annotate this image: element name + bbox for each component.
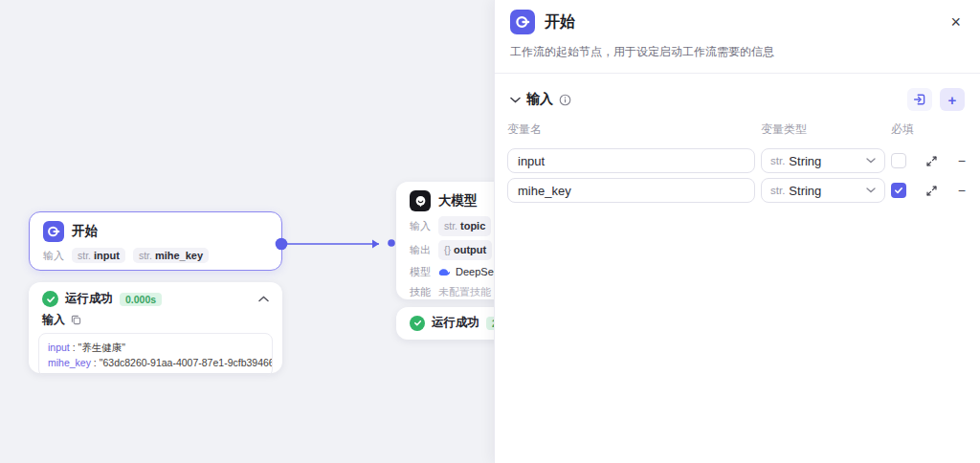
column-header-variable-name: 变量名 [507, 121, 755, 138]
import-variables-button[interactable] [907, 88, 932, 111]
add-variable-button[interactable]: + [940, 88, 965, 111]
chevron-down-icon [866, 187, 876, 193]
llm-run-result-card: 运行成功 23s [396, 307, 494, 340]
result-json-box: input : "养生健康" mihe_key : "63dc8260-91aa… [38, 333, 273, 377]
start-node-icon [43, 221, 64, 242]
llm-skill-value: 未配置技能 [438, 284, 491, 300]
collapse-chevron-icon[interactable] [258, 296, 269, 302]
llm-output-label: 输出 [410, 242, 431, 258]
llm-skill-label: 技能 [410, 284, 431, 300]
variable-name-input[interactable] [507, 148, 755, 173]
run-status-text: 运行成功 [65, 291, 113, 307]
success-check-icon [410, 316, 425, 331]
start-node-input-label: 输入 [43, 249, 64, 263]
llm-model-name: DeepSeek-R1 [438, 264, 494, 280]
remove-row-icon[interactable]: − [958, 183, 966, 198]
llm-model-label: 模型 [410, 264, 431, 280]
success-check-icon [42, 291, 58, 307]
llm-node[interactable]: 大模型 输入 str.topic 输出 {}output str.r 模型 De… [396, 182, 494, 299]
llm-input-label: 输入 [410, 218, 431, 234]
start-node[interactable]: 开始 输入 str.input str.mihe_key [29, 211, 282, 271]
required-checkbox[interactable] [891, 153, 906, 168]
info-icon[interactable] [559, 94, 571, 106]
start-run-result-card: 运行成功 0.000s 输入 input : "养生健康" mihe_key :… [29, 282, 282, 373]
expand-icon[interactable] [925, 155, 938, 167]
llm-tag-topic: str.topic [438, 216, 491, 236]
start-node-tag-input: str.input [72, 248, 125, 263]
column-header-variable-type: 变量类型 [761, 121, 885, 138]
llm-tag-output: {}output [438, 240, 492, 260]
start-node-title: 开始 [72, 223, 98, 240]
close-icon[interactable]: × [947, 11, 965, 33]
start-node-icon [510, 10, 535, 34]
llm-node-icon [410, 190, 431, 211]
variable-type-select[interactable]: str. String [761, 178, 885, 203]
panel-title: 开始 [545, 12, 575, 33]
run-duration-badge: 0.000s [120, 293, 162, 306]
variable-row: str. String − [495, 148, 980, 173]
inputs-section-title: 输入 [526, 91, 553, 108]
expand-icon[interactable] [925, 185, 938, 197]
chevron-down-icon [866, 158, 876, 164]
required-checkbox[interactable] [891, 183, 906, 198]
result-line-mihe-key: mihe_key : "63dc8260-91aa-4007-87e1-9cfb… [48, 355, 263, 370]
remove-row-icon[interactable]: − [958, 153, 966, 168]
start-node-tag-mihe-key: str.mihe_key [133, 248, 209, 263]
deepseek-whale-icon [438, 268, 451, 277]
variable-type-select[interactable]: str. String [761, 148, 885, 173]
panel-subtitle: 工作流的起始节点，用于设定启动工作流需要的信息 [495, 42, 980, 74]
run-duration-badge: 23s [486, 317, 494, 330]
variable-row: str. String − [495, 178, 980, 203]
llm-node-title: 大模型 [438, 192, 478, 209]
node-config-panel: 开始 × 工作流的起始节点，用于设定启动工作流需要的信息 输入 + 变量名 变量… [494, 0, 980, 463]
run-status-text: 运行成功 [432, 315, 479, 331]
result-line-input: input : "养生健康" [48, 340, 263, 355]
workflow-canvas[interactable]: 开始 输入 str.input str.mihe_key 运行成功 0.000s [0, 0, 494, 463]
result-input-label: 输入 [42, 312, 65, 328]
copy-icon[interactable] [71, 315, 81, 325]
variable-name-input[interactable] [507, 178, 755, 203]
edge-arrowhead [372, 240, 379, 249]
chevron-down-icon[interactable] [510, 97, 521, 103]
start-node-output-port [276, 238, 288, 251]
column-header-required: 必填 [891, 121, 968, 138]
llm-node-input-port [388, 239, 395, 247]
edge-start-to-llm [275, 234, 399, 254]
